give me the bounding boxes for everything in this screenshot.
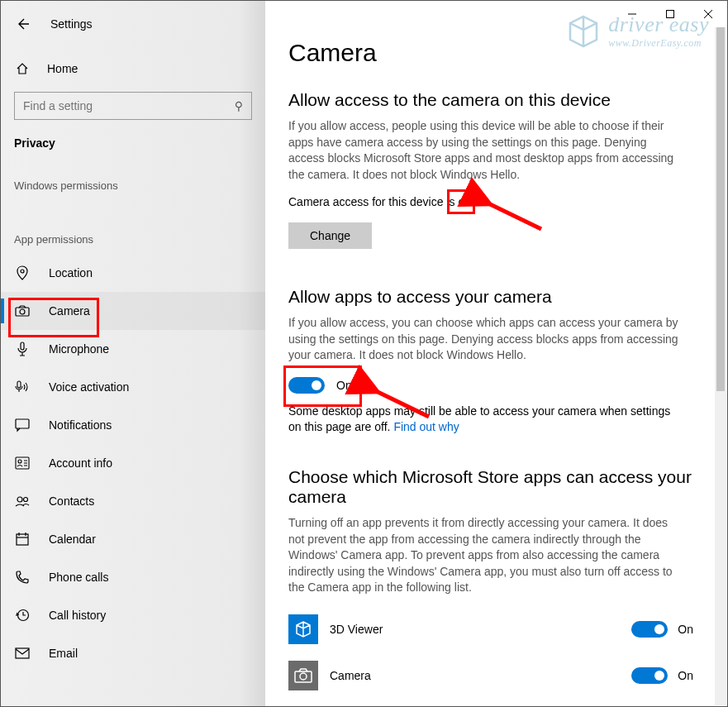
svg-point-11 xyxy=(17,497,22,502)
apps-access-toggle-label: On xyxy=(336,379,352,392)
nav-label: Microphone xyxy=(49,342,109,356)
back-row: Settings xyxy=(1,7,265,41)
category-label: Privacy xyxy=(1,131,265,165)
sidebar-home[interactable]: Home xyxy=(1,52,265,85)
maximize-button[interactable] xyxy=(651,1,689,27)
home-icon xyxy=(14,60,31,77)
nav-label: Voice activation xyxy=(49,380,129,394)
email-icon xyxy=(14,647,31,659)
microphone-icon xyxy=(14,342,31,356)
app-toggle-label: On xyxy=(678,669,693,682)
back-icon[interactable] xyxy=(14,16,31,32)
sidebar-item-contacts[interactable]: Contacts xyxy=(1,482,265,520)
app-name: 3D Viewer xyxy=(330,623,631,636)
main-content: driver easy www.DriverEasy.com Camera Al… xyxy=(265,1,727,706)
status-value: on xyxy=(458,195,471,208)
svg-point-12 xyxy=(24,498,28,502)
watermark-line2: www.DriverEasy.com xyxy=(608,37,709,50)
app-toggle-label: On xyxy=(678,623,693,636)
home-label: Home xyxy=(47,62,78,75)
nav-label: Camera xyxy=(49,304,90,318)
status-prefix: Camera access for this device is xyxy=(288,195,458,208)
find-out-why-link[interactable]: Find out why xyxy=(393,420,459,433)
sidebar-item-notifications[interactable]: Notifications xyxy=(1,406,265,444)
search-input-wrap[interactable]: ⚲ xyxy=(14,92,252,120)
sidebar-item-microphone[interactable]: Microphone xyxy=(1,330,265,368)
section2-note: Some desktop apps may still be able to a… xyxy=(288,404,685,436)
sidebar-item-email[interactable]: Email xyxy=(1,634,265,672)
section3-body: Turning off an app prevents it from dire… xyxy=(288,515,685,596)
apps-access-toggle-row: On xyxy=(288,377,701,394)
scrollbar-thumb[interactable] xyxy=(716,27,725,391)
watermark-cube-icon xyxy=(565,13,602,50)
sidebar-item-voice[interactable]: Voice activation xyxy=(1,368,265,406)
app-icon-camera xyxy=(288,661,318,690)
section2-heading: Allow apps to access your camera xyxy=(288,287,701,307)
notifications-icon xyxy=(14,418,31,432)
account-icon xyxy=(14,456,31,470)
search-input[interactable] xyxy=(23,99,235,112)
note-prefix: Some desktop apps may still be able to a… xyxy=(288,404,670,434)
nav-label: Account info xyxy=(49,456,112,470)
camera-icon xyxy=(14,305,31,317)
svg-point-23 xyxy=(300,673,307,680)
app-row-3dviewer: 3D Viewer On xyxy=(288,606,693,652)
scrollbar[interactable] xyxy=(715,27,726,705)
app-row-camera: Camera On xyxy=(288,652,693,699)
section-app-perms: App permissions xyxy=(1,218,265,254)
app-toggle-camera[interactable] xyxy=(631,667,668,684)
contacts-icon xyxy=(14,495,31,507)
search-icon: ⚲ xyxy=(235,99,243,112)
section-windows-perms: Windows permissions xyxy=(1,165,265,200)
section3-heading: Choose which Microsoft Store apps can ac… xyxy=(288,467,701,507)
svg-rect-1 xyxy=(667,11,674,18)
sidebar-item-callhistory[interactable]: Call history xyxy=(1,596,265,634)
sidebar-item-camera[interactable]: Camera xyxy=(1,292,265,330)
nav-label: Notifications xyxy=(49,418,112,432)
sidebar-item-calendar[interactable]: Calendar xyxy=(1,520,265,558)
voice-icon xyxy=(14,380,31,394)
apps-access-toggle[interactable] xyxy=(288,377,325,394)
sidebar-item-location[interactable]: Location xyxy=(1,254,265,292)
nav-label: Email xyxy=(49,647,78,660)
nav-label: Calendar xyxy=(49,533,96,546)
app-toggle-3dviewer[interactable] xyxy=(631,621,668,638)
svg-rect-13 xyxy=(17,534,28,545)
app-title: Settings xyxy=(50,17,93,31)
nav-label: Call history xyxy=(49,609,106,622)
section2-body: If you allow access, you can choose whic… xyxy=(288,315,685,364)
change-button[interactable]: Change xyxy=(288,222,372,249)
svg-rect-8 xyxy=(16,419,29,428)
sidebar-item-account[interactable]: Account info xyxy=(1,444,265,482)
nav-label: Contacts xyxy=(49,494,94,508)
nav-label: Phone calls xyxy=(49,571,108,584)
svg-point-10 xyxy=(18,460,21,463)
minimize-button[interactable] xyxy=(613,1,651,27)
location-icon xyxy=(14,265,31,280)
calendar-icon xyxy=(14,533,31,546)
svg-point-5 xyxy=(20,309,25,314)
phone-icon xyxy=(14,571,31,584)
device-access-status: Camera access for this device is on xyxy=(288,194,685,211)
window-controls xyxy=(613,1,727,27)
svg-rect-21 xyxy=(16,648,29,658)
history-icon xyxy=(14,609,31,622)
svg-rect-6 xyxy=(21,342,24,350)
app-name: Camera xyxy=(330,669,631,682)
app-icon-3dviewer xyxy=(288,614,318,644)
section1-heading: Allow access to the camera on this devic… xyxy=(288,90,701,110)
section1-body: If you allow access, people using this d… xyxy=(288,118,685,183)
sidebar-item-phone[interactable]: Phone calls xyxy=(1,558,265,596)
nav-label: Location xyxy=(49,266,93,279)
close-button[interactable] xyxy=(689,1,727,27)
svg-rect-7 xyxy=(17,381,21,388)
sidebar: Settings Home ⚲ Privacy Windows permissi… xyxy=(1,1,265,706)
